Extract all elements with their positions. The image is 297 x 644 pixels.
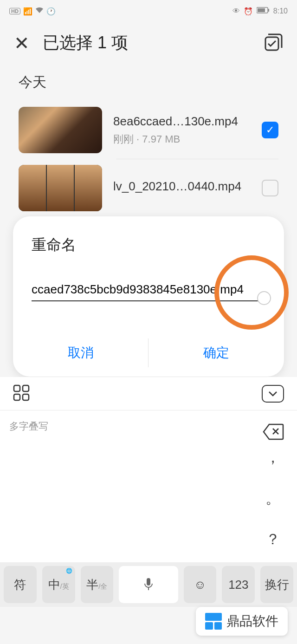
watermark-icon [205,613,222,630]
ime-hint: 多字叠写 [9,420,48,433]
close-icon[interactable]: ✕ [14,33,30,54]
punct-key[interactable]: 。 [265,488,280,509]
svg-rect-6 [14,394,20,400]
watermark-text: 鼎品软件 [226,612,278,630]
ime-toolbar [0,377,297,410]
status-time: 8:10 [273,7,288,15]
mic-key[interactable] [119,566,178,603]
file-name: lv_0_20210…0440.mp4 [113,179,251,194]
file-name: 8ea6ccaed…130e.mp4 [113,114,251,129]
width-key[interactable]: 半/全 [81,566,114,603]
svg-rect-7 [23,394,29,400]
svg-rect-8 [147,578,150,585]
wifi-icon [35,7,44,15]
ime-collapse-icon[interactable] [262,385,284,403]
svg-rect-2 [268,9,269,12]
file-meta: 刚刚 · 7.97 MB [113,132,251,146]
ime-grid-icon[interactable] [13,384,30,403]
svg-rect-5 [23,385,29,391]
watermark: 鼎品软件 [196,607,288,636]
punct-key[interactable]: ， [265,448,280,468]
emoji-key[interactable]: ☺ [184,566,217,603]
page-title: 已选择 1 项 [43,32,128,54]
lang-key[interactable]: 🌐中/英 [42,566,75,603]
file-item[interactable]: lv_0_20210…0440.mp4 [0,159,297,217]
clock-icon: 🕐 [46,7,56,16]
rename-input[interactable] [32,279,265,301]
video-thumbnail [19,165,102,211]
number-key[interactable]: 123 [222,566,255,603]
select-all-button[interactable] [264,33,283,54]
backspace-icon[interactable] [263,423,284,442]
symbol-key[interactable]: 符 [4,566,37,603]
section-header: 今天 [0,64,297,101]
signal-icon: 📶 [23,7,32,16]
hd-badge: HD [9,8,20,14]
cancel-button[interactable]: 取消 [13,329,148,377]
file-item[interactable]: 8ea6ccaed…130e.mp4 刚刚 · 7.97 MB ✓ [0,101,297,159]
return-key[interactable]: 换行 [260,566,293,603]
battery-icon [257,7,270,15]
svg-rect-4 [14,385,20,391]
rename-dialog: 重命名 取消 确定 [13,216,284,377]
eye-icon: 👁 [232,7,240,15]
checkbox[interactable] [262,180,278,196]
dialog-title: 重命名 [13,235,284,279]
confirm-button[interactable]: 确定 [148,329,284,377]
svg-rect-1 [258,8,265,12]
video-thumbnail [19,107,102,153]
keyboard-row: 符 🌐中/英 半/全 ☺ 123 换行 [0,562,297,607]
status-bar: HD 📶 🕐 👁 ⏰ 8:10 [0,0,297,22]
punct-key[interactable]: ？ [265,529,280,550]
header: ✕ 已选择 1 项 [0,22,297,64]
text-cursor-handle[interactable] [257,291,271,305]
alarm-icon: ⏰ [244,7,253,16]
ime-input-area[interactable]: 多字叠写 ， 。 ？ ！ 符 🌐中/英 半/全 ☺ 123 换行 [0,410,297,607]
checkbox-checked[interactable]: ✓ [262,122,278,138]
